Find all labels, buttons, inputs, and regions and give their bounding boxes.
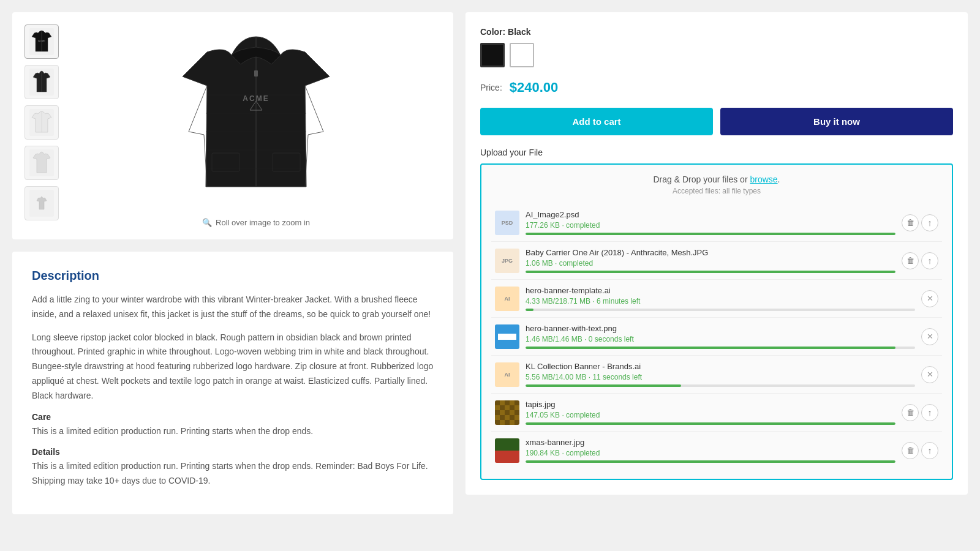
color-swatch-black[interactable] (480, 43, 505, 67)
description-para2: Long sleeve ripstop jacket color blocked… (32, 331, 434, 403)
drop-browse-link[interactable]: browse (750, 174, 777, 184)
progress-bar-fill (526, 422, 895, 425)
thumbnail-1[interactable]: ACME (24, 24, 59, 59)
file-thumbnail (495, 400, 519, 425)
details-text: This is a limited edition production run… (32, 459, 434, 489)
file-actions: ✕ (921, 328, 938, 345)
file-name: KL Collection Banner - Brands.ai (526, 362, 915, 371)
reupload-file-button[interactable]: ↑ (921, 442, 938, 459)
color-label: Color: Black (480, 27, 953, 37)
drop-text: Drag & Drop your files or (654, 174, 750, 184)
thumbnail-3[interactable] (24, 105, 59, 140)
color-label-text: Color: (480, 27, 508, 37)
cancel-upload-button[interactable]: ✕ (921, 328, 938, 345)
progress-bar-fill (526, 384, 681, 387)
file-list: PSDAI_Image2.psd177.26 KB · completed🗑↑J… (491, 204, 942, 469)
details-label: Details (32, 447, 434, 457)
progress-bar-fill (526, 233, 895, 235)
file-thumbnail: JPG (495, 249, 519, 273)
upload-label: Upload your File (480, 148, 953, 157)
progress-bar-fill (526, 271, 895, 273)
file-item: JPGBaby Carrier One Air (2018) - Anthrac… (491, 242, 942, 280)
upload-section: Upload your File Drag & Drop your files … (480, 148, 953, 480)
right-panel: Color: Black Price: $240.00 Add to cart … (466, 12, 968, 495)
file-status: 147.05 KB · completed (526, 411, 895, 419)
cancel-upload-button[interactable]: ✕ (921, 290, 938, 307)
delete-file-button[interactable]: 🗑 (902, 442, 919, 459)
care-text: This is a limited edition production run… (32, 424, 434, 439)
main-jacket: ACME (164, 24, 348, 208)
reupload-file-button[interactable]: ↑ (921, 404, 938, 421)
progress-bar-background (526, 271, 895, 273)
color-value: Black (508, 27, 530, 37)
delete-file-button[interactable]: 🗑 (902, 252, 919, 269)
drop-zone[interactable]: Drag & Drop your files or browse. Accept… (480, 163, 953, 480)
file-thumbnail: AI (495, 287, 519, 311)
cancel-upload-button[interactable]: ✕ (921, 366, 938, 383)
reupload-file-button[interactable]: ↑ (921, 252, 938, 269)
file-item: AIKL Collection Banner - Brands.ai5.56 M… (491, 356, 942, 394)
file-item: tapis.jpg147.05 KB · completed🗑↑ (491, 394, 942, 432)
reupload-file-button[interactable]: ↑ (921, 214, 938, 231)
color-options (480, 43, 953, 67)
price-section: Price: $240.00 (480, 80, 953, 96)
zoom-icon: 🔍 (202, 218, 212, 227)
drop-zone-sub: Accepted files: all file types (491, 187, 942, 195)
drop-period: . (778, 174, 780, 184)
file-info: tapis.jpg147.05 KB · completed (526, 400, 895, 425)
thumbnail-4[interactable] (24, 146, 59, 180)
progress-bar-background (526, 233, 895, 235)
file-status: 177.26 KB · completed (526, 221, 895, 230)
file-actions: 🗑↑ (902, 404, 938, 421)
thumbnail-list: ACME (24, 24, 61, 227)
file-thumbnail: PSD (495, 211, 519, 235)
description-panel: Description Add a little zing to your wi… (12, 252, 453, 514)
file-info: AI_Image2.psd177.26 KB · completed (526, 210, 895, 235)
product-image-panel: ACME (12, 12, 453, 239)
file-name: tapis.jpg (526, 400, 895, 409)
page-wrapper: ACME (0, 0, 980, 527)
add-to-cart-button[interactable]: Add to cart (480, 108, 713, 135)
price-label: Price: (480, 83, 502, 92)
button-row: Add to cart Buy it now (480, 108, 953, 135)
delete-file-button[interactable]: 🗑 (902, 214, 919, 231)
file-name: Baby Carrier One Air (2018) - Anthracite… (526, 248, 895, 257)
file-info: hero-banner-template.ai4.33 MB/218.71 MB… (526, 286, 915, 311)
thumbnail-5[interactable] (24, 186, 59, 220)
buy-now-button[interactable]: Buy it now (720, 108, 953, 135)
file-item: AIhero-banner-template.ai4.33 MB/218.71 … (491, 280, 942, 318)
color-section: Color: Black (480, 27, 953, 67)
progress-bar-background (526, 460, 895, 463)
file-status: 5.56 MB/14.00 MB · 11 seconds left (526, 373, 915, 381)
file-name: AI_Image2.psd (526, 210, 895, 219)
progress-bar-fill (526, 347, 895, 349)
file-info: xmas-banner.jpg190.84 KB · completed (526, 438, 895, 463)
file-item: xmas-banner.jpg190.84 KB · completed🗑↑ (491, 432, 942, 469)
file-item: PSDAI_Image2.psd177.26 KB · completed🗑↑ (491, 204, 942, 242)
file-actions: 🗑↑ (902, 214, 938, 231)
file-info: Baby Carrier One Air (2018) - Anthracite… (526, 248, 895, 273)
file-info: hero-banner-with-text.png1.46 MB/1.46 MB… (526, 324, 915, 349)
progress-bar-background (526, 309, 915, 311)
main-image-area: ACME (71, 24, 441, 227)
color-swatch-white[interactable] (510, 43, 534, 67)
file-thumbnail (495, 438, 519, 463)
care-label: Care (32, 412, 434, 422)
description-title: Description (32, 269, 434, 283)
file-info: KL Collection Banner - Brands.ai5.56 MB/… (526, 362, 915, 387)
description-para1: Add a little zing to your winter wardrob… (32, 293, 434, 322)
file-actions: ✕ (921, 290, 938, 307)
file-actions: ✕ (921, 366, 938, 383)
file-status: 190.84 KB · completed (526, 449, 895, 457)
file-name: hero-banner-with-text.png (526, 324, 915, 333)
file-name: xmas-banner.jpg (526, 438, 895, 447)
price-value: $240.00 (510, 80, 559, 96)
progress-bar-background (526, 384, 915, 387)
file-actions: 🗑↑ (902, 252, 938, 269)
file-status: 1.46 MB/1.46 MB · 0 seconds left (526, 335, 915, 343)
delete-file-button[interactable]: 🗑 (902, 404, 919, 421)
zoom-hint: 🔍 Roll over image to zoom in (202, 218, 310, 227)
progress-bar-fill (526, 460, 895, 463)
thumbnail-2[interactable] (24, 65, 59, 99)
drop-zone-header: Drag & Drop your files or browse. (491, 174, 942, 184)
